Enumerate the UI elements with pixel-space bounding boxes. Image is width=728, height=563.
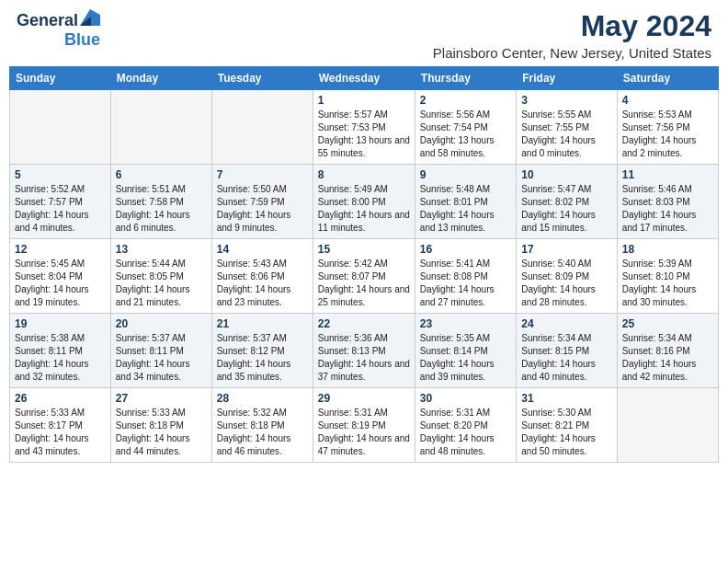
logo: General Blue [17, 9, 100, 50]
day-number: 7 [217, 168, 308, 181]
day-info: Sunrise: 5:35 AM Sunset: 8:14 PM Dayligh… [420, 332, 511, 384]
page-header: General Blue May 2024 Plainsboro Center,… [0, 0, 728, 66]
day-info: Sunrise: 5:48 AM Sunset: 8:01 PM Dayligh… [420, 183, 511, 235]
day-info: Sunrise: 5:46 AM Sunset: 8:03 PM Dayligh… [622, 183, 713, 235]
table-row: 21 Sunrise: 5:37 AM Sunset: 8:12 PM Dayl… [211, 314, 313, 388]
day-info: Sunrise: 5:47 AM Sunset: 8:02 PM Dayligh… [521, 183, 611, 235]
day-number: 27 [116, 392, 207, 405]
day-info: Sunrise: 5:31 AM Sunset: 8:19 PM Dayligh… [318, 407, 410, 458]
day-info: Sunrise: 5:34 AM Sunset: 8:15 PM Dayligh… [521, 332, 611, 384]
day-info: Sunrise: 5:53 AM Sunset: 7:56 PM Dayligh… [622, 109, 713, 160]
day-info: Sunrise: 5:52 AM Sunset: 7:57 PM Dayligh… [15, 183, 106, 235]
day-info: Sunrise: 5:50 AM Sunset: 7:59 PM Dayligh… [217, 183, 308, 235]
day-info: Sunrise: 5:37 AM Sunset: 8:12 PM Dayligh… [217, 332, 308, 384]
table-row: 8 Sunrise: 5:49 AM Sunset: 8:00 PM Dayli… [313, 165, 415, 239]
table-row: 9 Sunrise: 5:48 AM Sunset: 8:01 PM Dayli… [415, 165, 516, 239]
day-info: Sunrise: 5:37 AM Sunset: 8:11 PM Dayligh… [116, 332, 207, 384]
day-info: Sunrise: 5:56 AM Sunset: 7:54 PM Dayligh… [420, 109, 511, 160]
col-thursday: Thursday [415, 67, 516, 90]
day-number: 24 [521, 317, 611, 330]
calendar-table: Sunday Monday Tuesday Wednesday Thursday… [9, 66, 719, 463]
subtitle: Plainsboro Center, New Jersey, United St… [433, 45, 711, 61]
table-row: 10 Sunrise: 5:47 AM Sunset: 8:02 PM Dayl… [517, 165, 617, 239]
day-info: Sunrise: 5:40 AM Sunset: 8:09 PM Dayligh… [521, 258, 611, 309]
table-row: 24 Sunrise: 5:34 AM Sunset: 8:15 PM Dayl… [517, 314, 617, 388]
day-number: 20 [116, 317, 207, 330]
col-saturday: Saturday [617, 67, 718, 90]
table-row: 13 Sunrise: 5:44 AM Sunset: 8:05 PM Dayl… [110, 239, 211, 314]
day-info: Sunrise: 5:44 AM Sunset: 8:05 PM Dayligh… [116, 258, 207, 309]
day-number: 2 [420, 94, 511, 107]
table-row: 26 Sunrise: 5:33 AM Sunset: 8:17 PM Dayl… [10, 388, 111, 463]
day-number: 16 [420, 243, 511, 256]
day-info: Sunrise: 5:55 AM Sunset: 7:55 PM Dayligh… [521, 109, 611, 160]
day-info: Sunrise: 5:51 AM Sunset: 7:58 PM Dayligh… [116, 183, 207, 235]
day-info: Sunrise: 5:38 AM Sunset: 8:11 PM Dayligh… [15, 332, 106, 384]
table-row: 2 Sunrise: 5:56 AM Sunset: 7:54 PM Dayli… [415, 90, 516, 165]
table-row: 17 Sunrise: 5:40 AM Sunset: 8:09 PM Dayl… [517, 239, 617, 314]
table-row: 18 Sunrise: 5:39 AM Sunset: 8:10 PM Dayl… [617, 239, 718, 314]
day-number: 28 [217, 392, 308, 405]
table-row: 5 Sunrise: 5:52 AM Sunset: 7:57 PM Dayli… [10, 165, 111, 239]
day-number: 11 [622, 168, 713, 181]
day-info: Sunrise: 5:41 AM Sunset: 8:08 PM Dayligh… [420, 258, 511, 309]
table-row: 20 Sunrise: 5:37 AM Sunset: 8:11 PM Dayl… [110, 314, 211, 388]
day-number: 18 [622, 243, 713, 256]
day-number: 9 [420, 168, 511, 181]
day-info: Sunrise: 5:57 AM Sunset: 7:53 PM Dayligh… [318, 109, 410, 160]
table-row: 23 Sunrise: 5:35 AM Sunset: 8:14 PM Dayl… [415, 314, 516, 388]
day-info: Sunrise: 5:32 AM Sunset: 8:18 PM Dayligh… [217, 407, 308, 458]
table-row: 30 Sunrise: 5:31 AM Sunset: 8:20 PM Dayl… [415, 388, 516, 463]
day-number: 29 [318, 392, 410, 405]
table-row [10, 90, 111, 165]
day-number: 25 [622, 317, 713, 330]
col-tuesday: Tuesday [211, 67, 313, 90]
day-number: 26 [15, 392, 106, 405]
day-number: 3 [521, 94, 611, 107]
table-row [211, 90, 313, 165]
table-row: 28 Sunrise: 5:32 AM Sunset: 8:18 PM Dayl… [211, 388, 313, 463]
table-row: 25 Sunrise: 5:34 AM Sunset: 8:16 PM Dayl… [617, 314, 718, 388]
day-number: 13 [116, 243, 207, 256]
day-number: 31 [521, 392, 611, 405]
col-sunday: Sunday [10, 67, 111, 90]
day-number: 14 [217, 243, 308, 256]
day-info: Sunrise: 5:43 AM Sunset: 8:06 PM Dayligh… [217, 258, 308, 309]
day-info: Sunrise: 5:31 AM Sunset: 8:20 PM Dayligh… [420, 407, 511, 458]
calendar-header: Sunday Monday Tuesday Wednesday Thursday… [10, 67, 719, 90]
title-section: May 2024 Plainsboro Center, New Jersey, … [433, 9, 711, 61]
main-title: May 2024 [433, 9, 711, 43]
calendar-body: 1 Sunrise: 5:57 AM Sunset: 7:53 PM Dayli… [10, 90, 719, 463]
table-row: 31 Sunrise: 5:30 AM Sunset: 8:21 PM Dayl… [517, 388, 617, 463]
day-info: Sunrise: 5:45 AM Sunset: 8:04 PM Dayligh… [15, 258, 106, 309]
day-info: Sunrise: 5:33 AM Sunset: 8:17 PM Dayligh… [15, 407, 106, 458]
col-wednesday: Wednesday [313, 67, 415, 90]
day-number: 8 [318, 168, 410, 181]
table-row: 1 Sunrise: 5:57 AM Sunset: 7:53 PM Dayli… [313, 90, 415, 165]
table-row: 16 Sunrise: 5:41 AM Sunset: 8:08 PM Dayl… [415, 239, 516, 314]
day-info: Sunrise: 5:36 AM Sunset: 8:13 PM Dayligh… [318, 332, 410, 384]
day-number: 19 [15, 317, 106, 330]
table-row: 29 Sunrise: 5:31 AM Sunset: 8:19 PM Dayl… [313, 388, 415, 463]
table-row: 7 Sunrise: 5:50 AM Sunset: 7:59 PM Dayli… [211, 165, 313, 239]
day-number: 6 [116, 168, 207, 181]
col-friday: Friday [517, 67, 617, 90]
day-info: Sunrise: 5:42 AM Sunset: 8:07 PM Dayligh… [318, 258, 410, 309]
day-info: Sunrise: 5:39 AM Sunset: 8:10 PM Dayligh… [622, 258, 713, 309]
col-monday: Monday [110, 67, 211, 90]
day-info: Sunrise: 5:34 AM Sunset: 8:16 PM Dayligh… [622, 332, 713, 384]
day-number: 22 [318, 317, 410, 330]
table-row: 22 Sunrise: 5:36 AM Sunset: 8:13 PM Dayl… [313, 314, 415, 388]
day-number: 21 [217, 317, 308, 330]
table-row: 12 Sunrise: 5:45 AM Sunset: 8:04 PM Dayl… [10, 239, 111, 314]
table-row: 19 Sunrise: 5:38 AM Sunset: 8:11 PM Dayl… [10, 314, 111, 388]
table-row: 3 Sunrise: 5:55 AM Sunset: 7:55 PM Dayli… [517, 90, 617, 165]
day-number: 17 [521, 243, 611, 256]
day-number: 4 [622, 94, 713, 107]
logo-general: General [17, 11, 78, 30]
day-number: 1 [318, 94, 410, 107]
table-row: 11 Sunrise: 5:46 AM Sunset: 8:03 PM Dayl… [617, 165, 718, 239]
table-row [617, 388, 718, 463]
logo-blue: Blue [64, 30, 100, 50]
logo-icon [80, 9, 100, 26]
